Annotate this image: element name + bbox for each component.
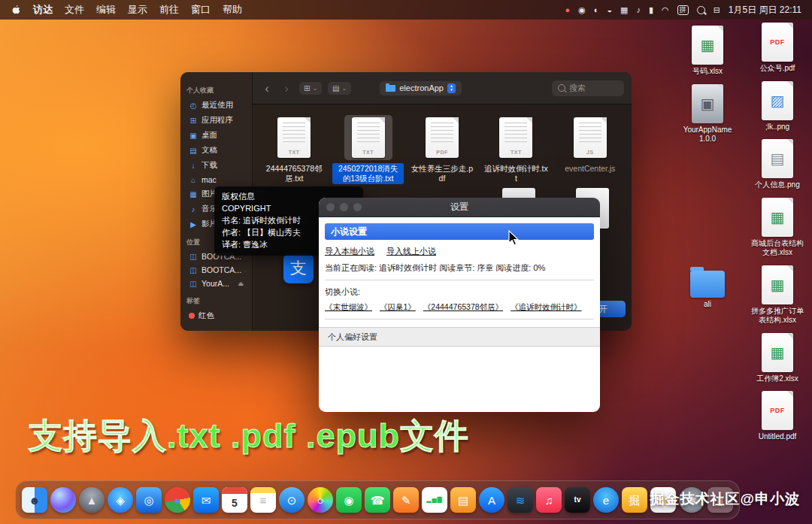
sidebar-item[interactable]: ▣ 桌面 [186, 128, 246, 143]
file-item[interactable]: PDF 女性养生三步走.pdf [407, 115, 477, 184]
menu-item[interactable]: 窗口 [191, 3, 211, 17]
volume-icon[interactable]: ♪ [636, 6, 641, 14]
search-placeholder: 搜索 [569, 83, 586, 94]
book-links: 《末世烟波》 《囚臬1》 《24444765378邻居》 《追诉时效倒计时》 [325, 302, 594, 313]
menu-clock[interactable]: 1月5日 周日 22:11 [729, 4, 801, 17]
novel-settings-header[interactable]: 小说设置 [325, 223, 594, 240]
juejin-icon[interactable]: 掘 [622, 487, 647, 513]
desktop-icon[interactable]: ▨ ;lk..png [749, 81, 806, 132]
chrome-icon[interactable]: ● [165, 487, 190, 513]
do-not-disturb-icon[interactable]: ◐ [594, 6, 599, 14]
apple-logo-icon[interactable] [11, 4, 21, 16]
sidebar-location-item[interactable]: ◫ BOOTCA... ⏏ [186, 263, 246, 277]
meeting-icon[interactable]: ◒ [607, 6, 612, 14]
sidebar-tag-item[interactable]: 红色 [186, 308, 246, 323]
alipay-file-icon[interactable]: 支 [283, 253, 314, 283]
sidebar-item-label: 下载 [201, 160, 217, 171]
notes-icon[interactable]: ≡ [250, 487, 276, 513]
apple-tv-icon[interactable]: tv [565, 487, 590, 513]
keyboard-icon[interactable]: ▦ [620, 6, 628, 14]
sidebar-item[interactable]: ▤ 文稿 [186, 143, 246, 158]
desktop-icon[interactable]: ▤ 个人信息.png [749, 139, 806, 190]
browser-icon[interactable]: e [593, 487, 619, 513]
group-by-control[interactable]: ▤⌄ [328, 82, 351, 95]
blue-app-icon[interactable]: ◎ [136, 487, 162, 513]
menu-item[interactable]: 访达 [33, 3, 53, 17]
document-icon: TXT [352, 117, 385, 158]
view-mode-control[interactable]: ⊞⌄ [299, 82, 322, 95]
file-item[interactable]: TXT 追诉时效倒计时.txt [480, 115, 551, 184]
menu-item[interactable]: 显示 [128, 3, 147, 17]
phone-icon[interactable]: ☎ [365, 487, 390, 513]
divider [325, 280, 594, 280]
photos-icon[interactable]: ○ [308, 487, 333, 513]
close-button[interactable] [326, 203, 335, 211]
siri-icon[interactable] [50, 487, 76, 513]
import-link[interactable]: 导入线上小说 [386, 246, 436, 257]
stocks-icon[interactable]: ▂▅▇ [422, 487, 447, 513]
desktop-icon[interactable]: ▦ 商城后台表结构文档.xlsx [749, 198, 806, 258]
search-icon[interactable] [697, 6, 705, 14]
camera-icon[interactable]: ◉ [578, 6, 586, 14]
book-link[interactable]: 《囚臬1》 [380, 302, 416, 313]
messages-icon[interactable]: ⊙ [279, 487, 304, 513]
input-method-icon[interactable]: 拼 [677, 5, 689, 15]
desktop-icon[interactable]: ▦ 拼多多推广订单表结构.xlsx [749, 265, 806, 326]
sidebar-item[interactable]: ⌂ mac [186, 173, 246, 186]
app-store-icon[interactable]: A [479, 487, 504, 513]
sidebar-item[interactable]: ◴ 最近使用 [186, 98, 246, 113]
file-item[interactable]: TXT 2450272018消失的13级台阶.txt [332, 115, 403, 184]
sidebar-item-icon: ▣ [189, 132, 198, 140]
mail-icon[interactable]: ✉ [193, 487, 219, 513]
folder-popup[interactable]: electronApp ▲▼ [380, 81, 462, 95]
pencil-app-icon[interactable]: ✎ [393, 487, 419, 513]
preferences-section-header[interactable]: 个人偏好设置 [319, 327, 600, 347]
drive-icon: ◫ [189, 266, 198, 274]
file-item[interactable]: TXT 24444765378邻居.txt [259, 115, 329, 184]
wechat-icon[interactable]: ◉ [336, 487, 362, 513]
sidebar-item[interactable]: ↓ 下载 [186, 158, 246, 173]
desktop-icon[interactable]: ▣ YourAppName 1.0.0 [680, 84, 735, 144]
book-link[interactable]: 《末世烟波》 [325, 302, 372, 313]
battery-icon[interactable]: ▮ [649, 6, 653, 14]
search-field[interactable]: 搜索 [552, 80, 624, 96]
finder-icon[interactable]: ☻ [22, 487, 47, 513]
menu-item[interactable]: 编辑 [96, 3, 116, 17]
eject-icon[interactable]: ⏏ [245, 267, 246, 274]
import-link[interactable]: 导入本地小说 [325, 246, 374, 257]
desktop-icon[interactable]: ▦ 号码.xlsx [680, 26, 735, 77]
sidebar-item[interactable]: ⊞ 应用程序 [186, 113, 246, 128]
desktop-icon-label: 公众号.pdf [760, 64, 795, 74]
music-icon[interactable]: ♫ [536, 487, 562, 513]
screen-recording-icon[interactable]: ● [565, 6, 570, 14]
book-link[interactable]: 《24444765378邻居》 [423, 302, 503, 313]
launchpad-icon[interactable]: ▲ [79, 487, 105, 513]
file-item[interactable]: JS eventCenter.js [555, 115, 626, 184]
settings-window: 设置 小说设置 导入本地小说 导入线上小说 当前正在阅读: 追诉时效倒计时 阅读… [319, 198, 600, 412]
safari-icon[interactable]: ◈ [108, 487, 133, 513]
menu-item[interactable]: 前往 [159, 3, 179, 17]
folder-icon [386, 85, 395, 92]
back-button[interactable]: ‹ [260, 82, 274, 95]
menu-item[interactable]: 文件 [65, 3, 84, 17]
control-center-icon[interactable]: ⊟ [714, 6, 720, 14]
desktop-icon[interactable]: ▦ 工作簿2.xlsx [749, 333, 806, 384]
sidebar-location-item[interactable]: ◫ YourA... ⏏ [186, 277, 246, 290]
sidebar-item-icon: ▦ [189, 190, 198, 198]
zoom-button[interactable] [353, 203, 362, 211]
minimize-button[interactable] [340, 203, 348, 211]
sidebar-item-icon: ⌂ [189, 176, 198, 184]
calendar-icon[interactable]: 5 [222, 487, 247, 513]
forward-button[interactable]: › [280, 82, 293, 95]
eject-icon[interactable]: ⏏ [238, 280, 244, 287]
menu-item[interactable]: 帮助 [223, 3, 242, 17]
wifi-icon[interactable]: ◠ [662, 6, 669, 14]
docker-icon[interactable]: ≋ [508, 487, 533, 513]
desktop-icon[interactable]: PDF Untitled.pdf [749, 391, 806, 442]
desktop-icon[interactable]: ali [680, 262, 735, 310]
desktop-icon-label: 号码.xlsx [692, 67, 723, 77]
files-icon[interactable]: ▤ [450, 487, 476, 513]
book-link[interactable]: 《追诉时效倒计时》 [511, 302, 582, 313]
sidebar-item-icon: ↓ [189, 162, 198, 170]
desktop-icon[interactable]: PDF 公众号.pdf [749, 23, 806, 74]
